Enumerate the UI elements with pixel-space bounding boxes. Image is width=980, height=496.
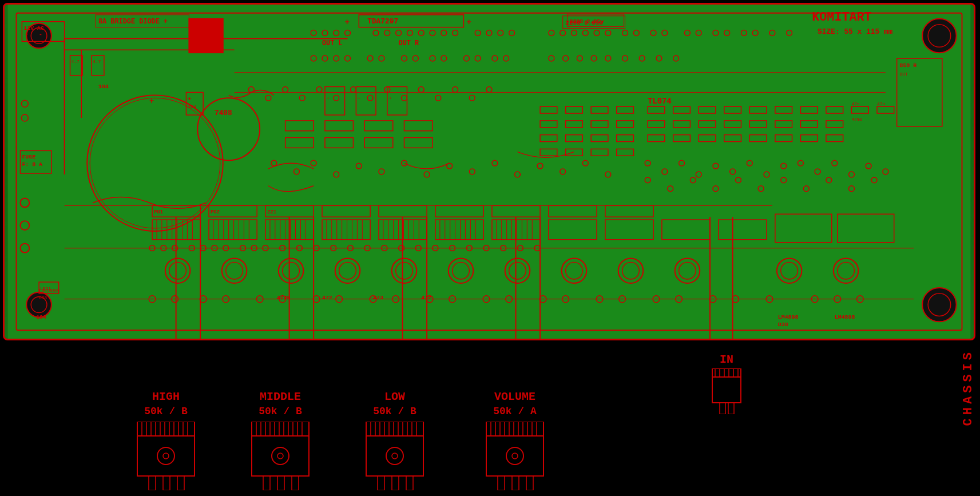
svg-point-434: [163, 453, 169, 459]
middle-pot: [246, 422, 315, 490]
svg-rect-486: [526, 476, 533, 490]
svg-text:PO1: PO1: [154, 209, 163, 215]
svg-text:47ms: 47ms: [851, 117, 862, 122]
svg-rect-431: [163, 476, 170, 490]
svg-text:221: 221: [267, 209, 276, 215]
svg-point-433: [157, 447, 174, 465]
svg-rect-468: [406, 476, 413, 490]
svg-text:TDA7297: TDA7297: [367, 17, 398, 26]
svg-rect-435: [252, 422, 309, 436]
svg-rect-447: [252, 436, 309, 476]
svg-point-452: [277, 453, 283, 459]
svg-text:+: +: [149, 97, 154, 106]
svg-rect-498: [728, 403, 734, 414]
in-label: IN: [709, 353, 744, 366]
svg-rect-497: [720, 403, 725, 414]
svg-text:4.7: 4.7: [93, 59, 101, 64]
svg-rect-450: [292, 476, 299, 490]
svg-text:-: -: [39, 31, 42, 38]
svg-rect-489: [712, 368, 741, 377]
svg-text:OUT R: OUT R: [399, 39, 419, 47]
svg-text:+: +: [466, 18, 471, 27]
svg-text:47n: 47n: [877, 101, 885, 106]
svg-rect-429: [137, 436, 195, 476]
high-label: HIGH: [152, 390, 180, 403]
svg-text:D38: D38: [778, 322, 788, 328]
svg-rect-430: [149, 476, 156, 490]
svg-rect-466: [378, 476, 384, 490]
low-pot: [360, 422, 429, 490]
high-control: HIGH 50k / B: [132, 390, 200, 490]
svg-text:4.7: 4.7: [72, 59, 80, 64]
svg-text:SIZE: 55 x 115 mm: SIZE: 55 x 115 mm: [818, 27, 892, 36]
middle-control: MIDDLE 50k / B: [246, 390, 315, 490]
volume-spec: 50k / A: [493, 406, 537, 417]
svg-text:OUT: OUT: [900, 72, 908, 77]
svg-text:850 R: 850 R: [900, 62, 917, 69]
svg-rect-453: [366, 422, 423, 436]
svg-rect-432: [177, 476, 184, 490]
pcb-svg: 12V AC + - 8A BRIDGE DIODE + + FUSE F: 8…: [5, 5, 974, 339]
svg-point-8: [928, 25, 951, 47]
svg-text:D38: D38: [39, 295, 47, 300]
volume-control: VOLUME 50k / A: [481, 390, 549, 490]
chassis-label: CHASSIS: [961, 349, 975, 426]
svg-text:+: +: [358, 96, 360, 101]
svg-text:PO2: PO2: [211, 209, 220, 215]
svg-text:LM4898: LM4898: [778, 314, 799, 320]
bottom-area: HIGH 50k / B: [0, 344, 980, 496]
svg-rect-465: [366, 436, 423, 476]
svg-text:104: 104: [188, 104, 196, 109]
svg-rect-496: [712, 377, 741, 403]
svg-point-487: [506, 447, 523, 465]
svg-text:12V AC: 12V AC: [23, 25, 44, 31]
svg-text:+: +: [188, 96, 191, 102]
svg-point-10: [928, 293, 951, 316]
svg-text:FUSE: FUSE: [22, 154, 35, 160]
svg-text:8A BRIDGE DIODE  +: 8A BRIDGE DIODE +: [98, 18, 168, 26]
svg-rect-471: [486, 422, 543, 436]
svg-point-488: [512, 453, 518, 459]
svg-text:2208 0.05w: 2208 0.05w: [570, 18, 604, 25]
svg-rect-417: [137, 422, 195, 436]
volume-label: VOLUME: [494, 390, 535, 403]
svg-text:LM1085: LM1085: [39, 288, 59, 294]
svg-text:F: 8 A: F: 8 A: [22, 161, 42, 168]
svg-text:104: 104: [36, 314, 46, 320]
main-container: 12V AC + - 8A BRIDGE DIODE + + FUSE F: 8…: [0, 0, 980, 496]
svg-text:LM4898: LM4898: [835, 314, 855, 320]
svg-point-470: [392, 453, 398, 459]
low-control: LOW 50k / B: [360, 390, 429, 490]
svg-text:+: +: [327, 96, 330, 101]
in-connector: [709, 368, 744, 414]
svg-text:TL074: TL074: [648, 97, 672, 106]
svg-text:47n: 47n: [851, 101, 859, 106]
svg-rect-1: [14, 10, 965, 333]
svg-text:KOMITART: KOMITART: [812, 10, 872, 25]
middle-label: MIDDLE: [260, 390, 301, 403]
svg-text:473: 473: [373, 295, 383, 301]
high-pot: [132, 422, 200, 490]
svg-rect-485: [512, 476, 519, 490]
svg-rect-484: [498, 476, 505, 490]
high-spec: 50k / B: [144, 406, 188, 417]
svg-point-451: [272, 447, 289, 465]
svg-text:+: +: [389, 96, 392, 101]
svg-rect-483: [486, 436, 543, 476]
svg-text:104: 104: [98, 84, 109, 90]
middle-spec: 50k / B: [259, 406, 302, 417]
svg-rect-333: [189, 19, 223, 53]
svg-rect-449: [277, 476, 284, 490]
svg-rect-467: [392, 476, 399, 490]
pcb-board: 12V AC + - 8A BRIDGE DIODE + + FUSE F: 8…: [3, 3, 975, 340]
svg-text:+: +: [345, 18, 350, 27]
in-section: IN: [709, 353, 744, 417]
svg-text:472: 472: [322, 295, 332, 301]
svg-point-469: [386, 447, 403, 465]
low-spec: 50k / B: [373, 406, 416, 417]
low-label: LOW: [384, 390, 405, 403]
svg-text:+: +: [25, 31, 28, 38]
volume-pot: [481, 422, 549, 490]
svg-text:7408: 7408: [215, 109, 232, 117]
svg-rect-448: [263, 476, 270, 490]
